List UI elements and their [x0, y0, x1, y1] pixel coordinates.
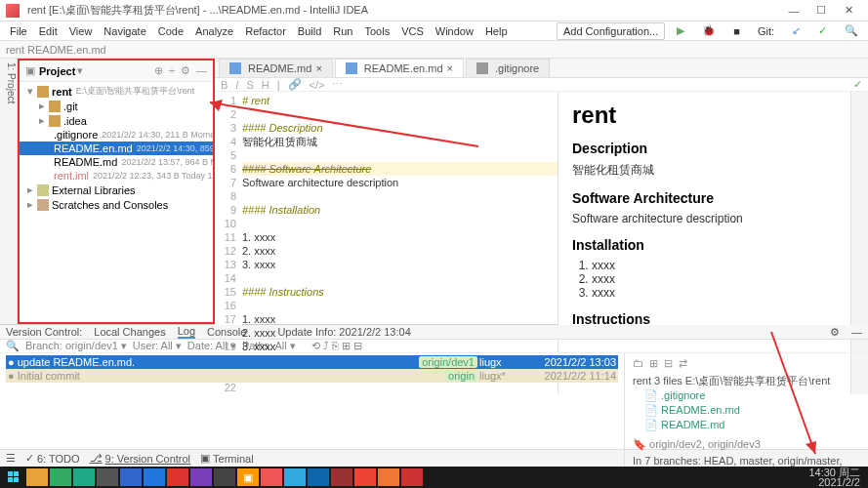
- tree-root[interactable]: ▾rentE:\桌面\智能共享租赁平台\rent: [20, 84, 213, 99]
- menu-help[interactable]: Help: [479, 23, 514, 39]
- add-configuration-button[interactable]: Add Configuration...: [557, 22, 665, 40]
- branch-filter[interactable]: Branch: origin/dev1 ▾: [25, 340, 127, 352]
- editor-area: README.md× README.en.md× .gitignore B I …: [215, 59, 868, 324]
- git-commit-icon[interactable]: ✓: [812, 22, 833, 39]
- close-button[interactable]: ✕: [835, 4, 862, 17]
- header-icon[interactable]: H: [262, 79, 269, 91]
- git-update-icon[interactable]: ↙: [786, 22, 806, 39]
- menu-run[interactable]: Run: [327, 23, 358, 39]
- collapse-icon[interactable]: ⊟: [664, 357, 673, 370]
- editor-tab-readme-en[interactable]: README.en.md×: [335, 59, 464, 77]
- editor-content[interactable]: # rent #### Description智能化租赁商城 #### Soft…: [242, 92, 558, 394]
- windows-taskbar[interactable]: ▣ 14:30 周二2021/2/2: [0, 467, 868, 488]
- menu-tools[interactable]: Tools: [358, 23, 395, 39]
- menu-view[interactable]: View: [63, 23, 99, 39]
- vcs-tab-log[interactable]: Log: [178, 325, 195, 339]
- collapse-icon[interactable]: ÷: [169, 64, 175, 77]
- italic-icon[interactable]: I: [235, 79, 238, 91]
- tree-file-iml[interactable]: rent.iml2021/2/2 12:23, 343 B Today 13:0…: [20, 169, 213, 183]
- breadcrumb-text[interactable]: rent README.en.md: [6, 44, 106, 56]
- taskbar-app[interactable]: [261, 468, 282, 486]
- close-icon[interactable]: ×: [447, 62, 453, 74]
- link-icon[interactable]: 🔗: [288, 78, 302, 91]
- menu-file[interactable]: File: [4, 23, 33, 39]
- tree-folder-git[interactable]: ▸.git: [20, 99, 213, 113]
- menu-vcs[interactable]: VCS: [395, 23, 430, 39]
- strike-icon[interactable]: S: [246, 79, 253, 91]
- vcs-tab-local-changes[interactable]: Local Changes: [94, 326, 165, 338]
- taskbar-app[interactable]: [26, 468, 48, 486]
- tree-file-readme-en[interactable]: README.en.md2021/2/2 14:30, 859 B 3 minu…: [20, 142, 213, 155]
- target-icon[interactable]: ⊕: [154, 64, 163, 77]
- taskbar-app[interactable]: [144, 468, 165, 486]
- menu-analyze[interactable]: Analyze: [189, 23, 239, 39]
- taskbar-app[interactable]: [214, 468, 235, 486]
- menu-code[interactable]: Code: [152, 23, 189, 39]
- taskbar-app[interactable]: [120, 468, 142, 486]
- commit-row[interactable]: ● Initial commit origin liugx* 2021/2/2 …: [6, 369, 618, 383]
- tree-file-gitignore[interactable]: .gitignore2021/2/2 14:30, 211 B Moments …: [20, 128, 213, 142]
- hide-icon[interactable]: —: [851, 326, 862, 338]
- taskbar-app[interactable]: [308, 468, 329, 486]
- commit-file[interactable]: 📄 README.md: [644, 418, 860, 432]
- left-gutter[interactable]: 1: Project: [0, 59, 18, 324]
- bold-icon[interactable]: B: [221, 79, 227, 91]
- close-icon[interactable]: ×: [315, 62, 321, 74]
- taskbar-app[interactable]: [378, 468, 399, 486]
- expand-icon[interactable]: ⊞: [649, 357, 658, 370]
- taskbar-app[interactable]: [167, 468, 188, 486]
- tree-external-libraries[interactable]: ▸External Libraries: [20, 183, 213, 197]
- tree-folder-idea[interactable]: ▸.idea: [20, 113, 213, 128]
- menu-build[interactable]: Build: [292, 23, 327, 39]
- menu-window[interactable]: Window: [430, 23, 479, 39]
- search-icon[interactable]: 🔍: [6, 340, 20, 352]
- gear-icon[interactable]: ⚙: [830, 326, 840, 339]
- taskbar-app[interactable]: [331, 468, 352, 486]
- maximize-button[interactable]: ☐: [807, 4, 835, 17]
- taskbar-app[interactable]: ▣: [237, 468, 259, 486]
- gear-icon[interactable]: ⚙: [181, 64, 190, 77]
- user-filter[interactable]: User: All ▾: [133, 340, 182, 352]
- hide-icon[interactable]: —: [196, 64, 207, 77]
- editor-tab-readme-md[interactable]: README.md×: [219, 59, 333, 77]
- commit-files-root[interactable]: rent 3 files E:\桌面\智能共享租赁平台\rent: [633, 374, 860, 388]
- editor-tab-gitignore[interactable]: .gitignore: [466, 59, 550, 77]
- editor-toolbar: B I S H | 🔗 </> ⋯ ✓: [215, 78, 868, 92]
- diff-icon[interactable]: ⇄: [679, 357, 687, 370]
- taskbar-app[interactable]: [401, 468, 423, 486]
- chevron-down-icon[interactable]: ▾: [77, 64, 83, 77]
- preview-h1: rent: [572, 102, 837, 129]
- taskbar-app[interactable]: [73, 468, 95, 486]
- search-icon[interactable]: 🔍: [839, 22, 864, 39]
- tree-scratches[interactable]: ▸Scratches and Consoles: [20, 197, 213, 212]
- preview-arch-heading: Software Architecture: [572, 190, 837, 206]
- minimize-button[interactable]: —: [780, 5, 807, 17]
- menu-refactor[interactable]: Refactor: [239, 23, 292, 39]
- commit-file[interactable]: 📄 README.en.md: [644, 403, 860, 418]
- run-icon[interactable]: ▶: [671, 22, 690, 39]
- tree-file-readme[interactable]: README.md2021/2/2 13:57, 964 B Moments a…: [20, 155, 213, 169]
- taskbar-app[interactable]: [354, 468, 376, 486]
- commit-list[interactable]: ● update README.en.md. origin/dev1 liugx…: [0, 353, 624, 482]
- taskbar-app[interactable]: [97, 468, 118, 486]
- menu-edit[interactable]: Edit: [33, 23, 63, 39]
- vcs-tab-console[interactable]: Console: [207, 326, 246, 338]
- more-icon[interactable]: ⋯: [332, 78, 343, 91]
- commit-file[interactable]: 📄 .gitignore: [644, 388, 860, 403]
- taskbar-app[interactable]: [50, 468, 71, 486]
- debug-icon[interactable]: 🐞: [696, 22, 722, 39]
- commit-row[interactable]: ● update README.en.md. origin/dev1 liugx…: [6, 355, 618, 369]
- git-label: Git:: [752, 23, 780, 39]
- menu-navigate[interactable]: Navigate: [98, 23, 151, 39]
- stop-icon[interactable]: ■: [727, 23, 746, 39]
- date-filter[interactable]: Date: All ▾: [187, 340, 236, 352]
- code-icon[interactable]: </>: [310, 79, 325, 91]
- taskbar-app[interactable]: [190, 468, 212, 486]
- project-dropdown-icon[interactable]: ▣: [25, 64, 35, 77]
- project-tree[interactable]: ▾rentE:\桌面\智能共享租赁平台\rent ▸.git ▸.idea .g…: [20, 82, 213, 214]
- project-header-label[interactable]: Project: [39, 65, 75, 77]
- system-clock[interactable]: 14:30 周二2021/2/2: [808, 468, 866, 487]
- tree-icon[interactable]: 🗀: [633, 357, 643, 370]
- taskbar-app[interactable]: [284, 468, 306, 486]
- start-button[interactable]: [3, 468, 24, 486]
